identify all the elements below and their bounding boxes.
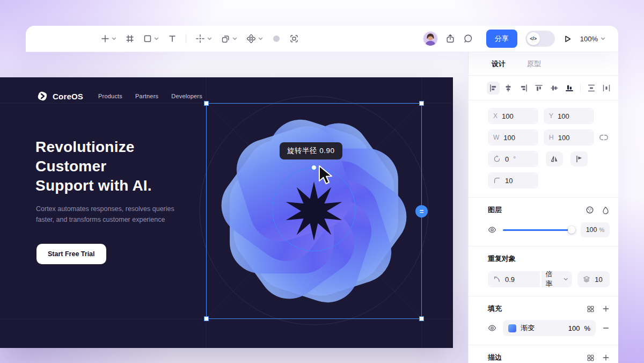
align-right-button[interactable] xyxy=(517,82,530,95)
flip-vertical-button[interactable] xyxy=(570,151,588,166)
rectangle-icon xyxy=(143,34,152,43)
text-icon xyxy=(168,34,177,43)
logo-text: CoreOS xyxy=(53,92,83,101)
styles-grid-icon[interactable] xyxy=(587,305,595,313)
layer-section-title: 图层 xyxy=(488,205,502,215)
hero-subtext[interactable]: Cortex automates responses, resolves que… xyxy=(36,204,174,225)
fill-section: 填充 渐变 100 xyxy=(469,296,618,345)
align-left-button[interactable] xyxy=(487,82,500,95)
crop-icon xyxy=(290,34,298,43)
add-stroke-icon[interactable] xyxy=(602,354,610,361)
toolbar-right-group: 分享 </> 100% xyxy=(423,30,618,48)
height-field[interactable]: H100 xyxy=(544,129,594,146)
mask-tool-button[interactable] xyxy=(272,34,281,43)
coreos-logo-icon xyxy=(36,90,48,102)
opacity-slider[interactable] xyxy=(503,229,574,231)
flip-horizontal-button[interactable] xyxy=(546,151,563,166)
nav-developers[interactable]: Developers xyxy=(171,93,202,99)
repeat-drag-handle[interactable]: = xyxy=(415,205,428,217)
align-bottom-button[interactable] xyxy=(564,82,576,95)
selection-handle-bottom-right[interactable] xyxy=(419,316,424,321)
components-tool-button[interactable] xyxy=(246,34,263,43)
y-position-field[interactable]: Y100 xyxy=(544,108,594,124)
styles-grid-icon[interactable] xyxy=(587,354,595,362)
repeat-mode-select[interactable]: 倍率 xyxy=(541,271,573,287)
dev-mode-toggle[interactable]: </> xyxy=(525,31,555,47)
stack-icon xyxy=(583,275,590,283)
alignment-divider xyxy=(580,84,581,92)
avatar[interactable] xyxy=(423,32,437,46)
arc-radius-icon xyxy=(493,275,501,283)
fill-type-label: 渐变 xyxy=(521,323,535,333)
opacity-value-field[interactable]: 100 % xyxy=(581,222,610,237)
plus-icon xyxy=(101,34,109,43)
toolbar-divider xyxy=(186,34,186,43)
rotation-radius-handle[interactable] xyxy=(311,165,317,170)
crop-tool-button[interactable] xyxy=(290,34,298,43)
rotation-radius-circle[interactable] xyxy=(272,168,356,251)
distribute-vertical-button[interactable] xyxy=(585,82,598,95)
chevron-down-icon xyxy=(232,37,237,40)
transform-section: X100 Y100 W100 H100 xyxy=(469,100,618,197)
tab-prototype[interactable]: 原型 xyxy=(527,59,541,69)
nav-products[interactable]: Products xyxy=(98,93,122,99)
selection-handle-top-left[interactable] xyxy=(204,101,209,106)
width-field[interactable]: W100 xyxy=(488,129,538,146)
duplicate-icon xyxy=(221,34,230,43)
repeat-count-field[interactable]: 10 xyxy=(577,271,610,287)
chevron-down-icon xyxy=(564,278,568,281)
corner-radius-field[interactable]: 10 xyxy=(488,172,538,188)
site-header: CoreOS Products Partners Developers xyxy=(36,90,202,102)
stroke-section-title: 描边 xyxy=(488,353,502,362)
fill-gradient-swatch[interactable] xyxy=(508,324,516,332)
share-button[interactable]: 分享 xyxy=(486,30,517,48)
rotation-field[interactable]: 0 ° xyxy=(488,151,538,167)
layer-visibility-eye-icon[interactable] xyxy=(488,226,496,234)
play-icon[interactable] xyxy=(563,34,572,43)
add-fill-icon[interactable] xyxy=(602,305,610,313)
selection-handle-top-right[interactable] xyxy=(419,101,424,106)
insert-tool-button[interactable] xyxy=(101,34,116,43)
repeat-section-title: 重复对象 xyxy=(488,254,516,264)
repeat-section: 重复对象 0.9 倍率 10 xyxy=(469,246,618,296)
remove-fill-icon[interactable] xyxy=(602,324,610,332)
corner-radius-icon xyxy=(493,177,501,184)
transform-icon xyxy=(195,34,205,43)
opacity-droplet-icon[interactable] xyxy=(602,206,610,214)
mask-icon xyxy=(272,34,281,43)
text-tool-button[interactable] xyxy=(168,34,177,43)
site-nav: Products Partners Developers xyxy=(98,93,202,99)
chevron-down-icon xyxy=(258,37,263,40)
coreos-logo[interactable]: CoreOS xyxy=(36,90,83,102)
duplicate-tool-button[interactable] xyxy=(221,34,237,43)
hero-headline[interactable]: Revolutionize Customer Support with AI. xyxy=(35,137,152,195)
chevron-down-icon xyxy=(154,37,159,40)
align-center-h-button[interactable] xyxy=(502,82,515,95)
align-middle-v-button[interactable] xyxy=(548,82,561,95)
rotation-radius-field[interactable]: 0.9 xyxy=(488,271,540,287)
zoom-value: 100% xyxy=(580,35,598,43)
align-top-button[interactable] xyxy=(533,82,546,95)
fill-value-field[interactable]: 渐变 100 % xyxy=(503,320,596,336)
frame-icon xyxy=(126,34,134,43)
blend-mode-icon[interactable] xyxy=(586,206,594,214)
opacity-slider-knob[interactable] xyxy=(568,226,575,234)
shape-tool-button[interactable] xyxy=(143,34,159,43)
panel-tabs: 设计 原型 xyxy=(469,52,618,76)
distribute-horizontal-button[interactable] xyxy=(600,82,613,95)
tool-group xyxy=(101,34,298,43)
toolbar: 分享 </> 100% xyxy=(26,26,618,52)
fill-visibility-eye-icon[interactable] xyxy=(488,324,496,332)
frame-tool-button[interactable] xyxy=(126,34,134,43)
zoom-control[interactable]: 100% xyxy=(580,35,605,43)
share-export-icon[interactable] xyxy=(445,34,455,43)
start-free-trial-button[interactable]: Start Free Trial xyxy=(36,244,106,264)
nav-partners[interactable]: Partners xyxy=(135,93,158,99)
constrain-link-icon[interactable] xyxy=(599,133,608,142)
x-position-field[interactable]: X100 xyxy=(488,108,538,124)
selection-handle-bottom-left[interactable] xyxy=(204,316,209,321)
tab-design[interactable]: 设计 xyxy=(492,59,506,69)
comment-icon[interactable] xyxy=(463,34,473,43)
transform-tool-button[interactable] xyxy=(195,34,212,43)
chevron-down-icon xyxy=(112,37,116,40)
